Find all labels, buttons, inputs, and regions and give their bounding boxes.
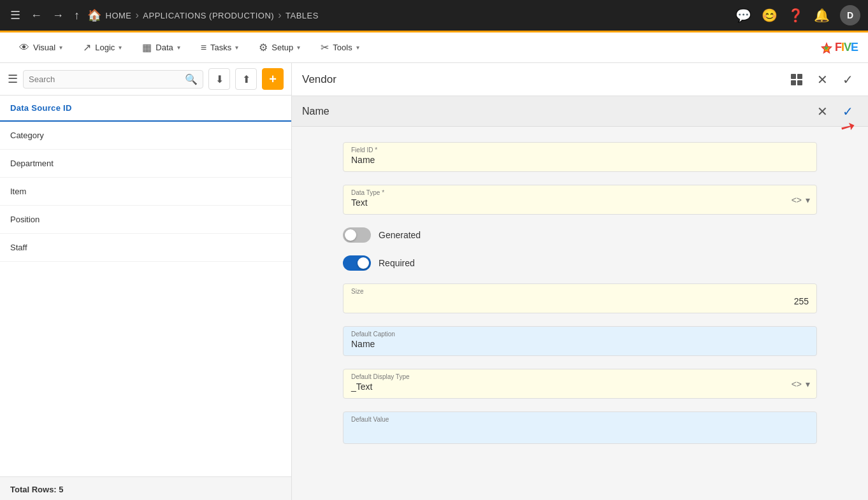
breadcrumb-home[interactable]: HOME: [106, 11, 132, 20]
tools-icon: ✂: [321, 41, 329, 54]
breadcrumb-sep-1: ›: [136, 10, 140, 21]
data-type-value[interactable]: Text: [351, 197, 809, 208]
list-item-staff[interactable]: Staff: [0, 234, 291, 262]
home-icon: 🏠: [87, 8, 102, 22]
generated-toggle[interactable]: [343, 227, 371, 243]
up-icon[interactable]: ↑: [71, 6, 82, 25]
face-icon[interactable]: 😊: [762, 8, 778, 23]
field-id-value[interactable]: Name: [351, 155, 809, 165]
nav-tools-label: Tools: [333, 43, 352, 52]
detail-header-actions: ✕ ✓: [812, 101, 858, 122]
setup-arrow: ▾: [297, 44, 300, 51]
required-toggle[interactable]: [343, 255, 371, 271]
confirm-detail-button[interactable]: ✓: [837, 101, 858, 122]
list-item-category[interactable]: Category: [0, 122, 291, 150]
display-code-icon[interactable]: <>: [792, 379, 802, 389]
setup-icon: ⚙: [259, 41, 268, 54]
field-id-group: Field ID * Name: [343, 142, 817, 172]
nav-logic[interactable]: ↗ Logic ▾: [74, 36, 131, 59]
breadcrumb-app[interactable]: APPLICATIONS (PRODUCTION): [143, 11, 274, 20]
default-value-input[interactable]: [351, 424, 809, 437]
left-footer: Total Rows: 5: [0, 476, 291, 500]
nav-data[interactable]: ▦ Data ▾: [133, 36, 189, 59]
nav-setup-label: Setup: [271, 43, 293, 52]
nav-tasks[interactable]: ≡ Tasks ▾: [192, 37, 248, 59]
nav-tools[interactable]: ✂ Tools ▾: [312, 36, 368, 59]
left-menu-icon[interactable]: ☰: [8, 72, 18, 86]
top-nav-actions: 💬 😊 ❓ 🔔 D: [735, 5, 860, 25]
detail-header: Name ✕ ✓: [292, 96, 868, 127]
dropdown-icon[interactable]: ▾: [806, 195, 810, 205]
help-icon[interactable]: ❓: [788, 8, 804, 23]
avatar[interactable]: D: [840, 5, 860, 25]
nav-tasks-label: Tasks: [210, 43, 231, 52]
download-button[interactable]: ⬇: [208, 68, 230, 90]
main-area: ☰ 🔍 ⬇ ⬆ + Data Source ID Category Depart…: [0, 63, 868, 500]
breadcrumb-sep-2: ›: [278, 10, 282, 21]
default-caption-label: Default Caption: [351, 331, 809, 338]
right-panel: Vendor ✕ ✓ Name: [292, 63, 868, 500]
search-box: 🔍: [23, 70, 203, 89]
close-detail-button[interactable]: ✕: [812, 101, 832, 122]
breadcrumb-tables[interactable]: TABLES: [286, 11, 319, 20]
nav-setup[interactable]: ⚙ Setup ▾: [250, 36, 309, 59]
bell-icon[interactable]: 🔔: [814, 8, 830, 23]
visual-arrow: ▾: [59, 44, 62, 51]
size-group: Size 255: [343, 283, 817, 313]
tasks-arrow: ▾: [235, 44, 238, 51]
left-toolbar: ☰ 🔍 ⬇ ⬆ +: [0, 63, 291, 96]
back-icon[interactable]: ←: [28, 6, 45, 25]
grid-view-button[interactable]: [786, 69, 807, 90]
generated-toggle-track: [343, 227, 371, 243]
detail-panel: Name ✕ ✓ Field ID * Name Data Type: [292, 96, 868, 500]
table-header: Data Source ID: [0, 96, 291, 122]
nav-visual-label: Visual: [33, 43, 55, 52]
list-item-item[interactable]: Item: [0, 178, 291, 206]
five-logo: FIVE: [820, 41, 858, 55]
tasks-icon: ≡: [201, 42, 206, 54]
confirm-vendor-button[interactable]: ✓: [837, 69, 858, 90]
required-toggle-track: [343, 255, 371, 271]
logic-arrow: ▾: [119, 44, 122, 51]
nav-logic-label: Logic: [95, 43, 115, 52]
top-nav: ☰ ← → ↑ 🏠 HOME › APPLICATIONS (PRODUCTIO…: [0, 0, 868, 31]
nav-visual[interactable]: 👁 Visual ▾: [10, 37, 71, 59]
default-value-group: Default Value: [343, 411, 817, 444]
right-panel-header: Vendor ✕ ✓: [292, 63, 868, 96]
code-icon[interactable]: <>: [792, 195, 802, 205]
data-icon: ▦: [142, 41, 152, 54]
default-display-type-value[interactable]: _Text: [351, 382, 809, 392]
default-value-label: Default Value: [351, 416, 809, 423]
required-toggle-row: Required: [343, 255, 817, 271]
tools-arrow: ▾: [356, 44, 359, 51]
chat-icon[interactable]: 💬: [735, 8, 751, 23]
default-display-type-label: Default Display Type: [351, 373, 809, 380]
forward-icon[interactable]: →: [50, 6, 66, 25]
display-dropdown-icon[interactable]: ▾: [806, 379, 810, 389]
default-display-type-group: Default Display Type _Text <> ▾: [343, 369, 817, 399]
logic-icon: ↗: [83, 41, 91, 54]
size-value[interactable]: 255: [351, 296, 809, 306]
data-type-group: Data Type * Text <> ▾: [343, 185, 817, 215]
visual-icon: 👁: [19, 42, 29, 54]
list-item-position[interactable]: Position: [0, 206, 291, 234]
data-type-label: Data Type *: [351, 189, 809, 196]
add-button[interactable]: +: [262, 68, 284, 90]
data-type-icons: <> ▾: [792, 195, 810, 205]
default-caption-value[interactable]: Name: [351, 339, 809, 349]
second-nav: 👁 Visual ▾ ↗ Logic ▾ ▦ Data ▾ ≡ Tasks ▾ …: [0, 32, 868, 63]
vendor-title: Vendor: [302, 73, 786, 86]
detail-title: Name: [302, 106, 812, 117]
form-content: Field ID * Name Data Type * Text <> ▾: [292, 127, 868, 459]
search-input[interactable]: [29, 75, 185, 84]
size-label: Size: [351, 288, 809, 295]
five-star-icon: [820, 41, 834, 55]
generated-label: Generated: [379, 230, 421, 240]
hamburger-icon[interactable]: ☰: [8, 6, 23, 25]
field-id-label: Field ID *: [351, 146, 809, 154]
breadcrumb: 🏠 HOME › APPLICATIONS (PRODUCTION) › TAB…: [87, 8, 730, 22]
generated-toggle-thumb: [345, 229, 356, 241]
close-vendor-button[interactable]: ✕: [812, 69, 832, 90]
upload-button[interactable]: ⬆: [235, 68, 257, 90]
list-item-department[interactable]: Department: [0, 150, 291, 178]
